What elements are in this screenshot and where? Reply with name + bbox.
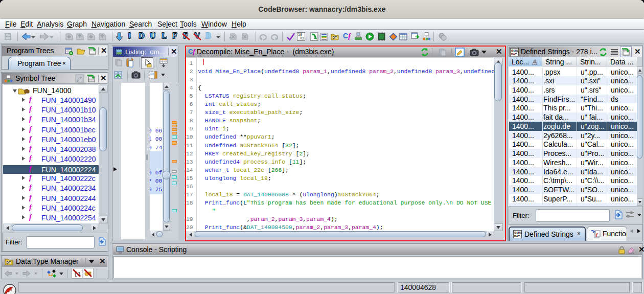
svg-text:10: 10 — [298, 33, 302, 37]
svg-text:0101: 0101 — [514, 231, 522, 235]
svg-text:01: 01 — [300, 37, 304, 40]
svg-text:DT: DT — [333, 36, 337, 39]
svg-text:DT: DT — [7, 261, 11, 264]
svg-text:DAT: DAT — [511, 53, 517, 56]
svg-text:0101: 0101 — [511, 49, 519, 53]
svg-text:DAT: DAT — [514, 235, 520, 238]
